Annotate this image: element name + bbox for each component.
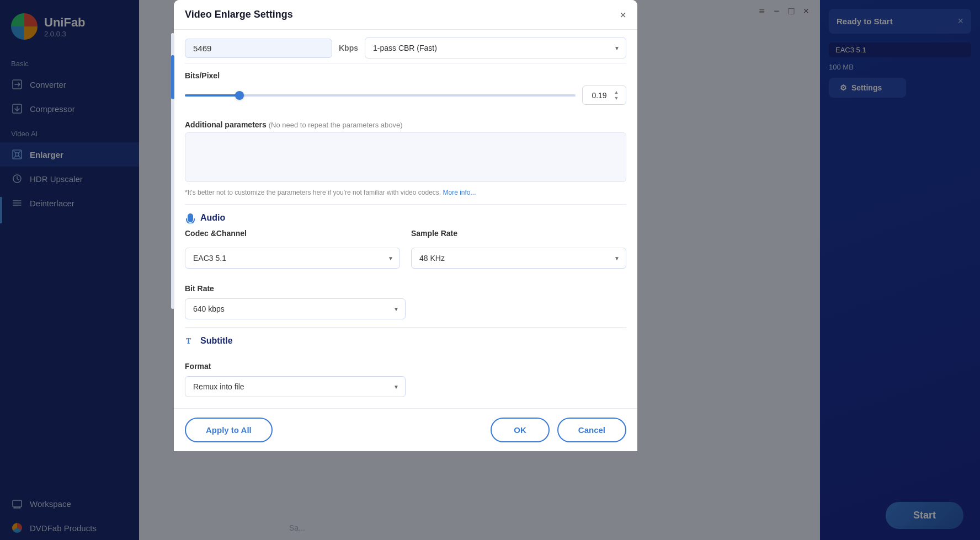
- bit-rate-select[interactable]: 640 kbps 512 kbps 384 kbps 256 kbps 192 …: [185, 298, 406, 319]
- format-select-wrapper: Remux into file Burn into video Disabled…: [185, 376, 406, 397]
- bit-rate-label: Bit Rate: [185, 284, 626, 293]
- stepper-up[interactable]: ▲: [612, 89, 620, 95]
- subtitle-section-header: T Subtitle: [185, 327, 626, 354]
- bits-pixel-label: Bits/Pixel: [185, 71, 626, 80]
- additional-params-section: Additional parameters (No need to repeat…: [185, 113, 626, 204]
- additional-params-note: (No need to repeat the parameters above): [269, 121, 403, 129]
- dialog-close-button[interactable]: ×: [620, 9, 626, 20]
- bitrate-input[interactable]: [185, 39, 332, 58]
- params-warning: *It's better not to customize the parame…: [185, 189, 626, 196]
- sample-rate-label: Sample Rate: [411, 229, 626, 238]
- format-select[interactable]: Remux into file Burn into video Disabled: [185, 376, 406, 397]
- format-row: Format Remux into file Burn into video D…: [185, 354, 626, 408]
- dialog-body: Kbps 1-pass CBR (Fast) 2-pass VBR CRF ▼ …: [174, 30, 637, 408]
- params-textarea[interactable]: [185, 132, 626, 182]
- encoding-mode-wrapper: 1-pass CBR (Fast) 2-pass VBR CRF ▼: [365, 38, 626, 58]
- stepper-down[interactable]: ▼: [612, 95, 620, 101]
- bitrate-audio-row: Bit Rate 640 kbps 512 kbps 384 kbps 256 …: [185, 276, 626, 327]
- bitrate-row: Kbps 1-pass CBR (Fast) 2-pass VBR CRF ▼: [185, 30, 626, 63]
- stepper: ▲ ▼: [612, 89, 620, 101]
- bitrate-select-wrapper: 640 kbps 512 kbps 384 kbps 256 kbps 192 …: [185, 298, 406, 319]
- codec-field-group: Codec &Channel EAC3 5.1 AC3 5.1 AAC Ster…: [185, 229, 400, 269]
- slider-fill: [185, 94, 239, 97]
- bitrate-unit: Kbps: [339, 44, 358, 52]
- encoding-mode-select[interactable]: 1-pass CBR (Fast) 2-pass VBR CRF: [365, 38, 626, 58]
- subtitle-icon: T: [185, 335, 196, 346]
- more-info-link[interactable]: More info...: [443, 189, 476, 196]
- audio-section-header: Audio: [185, 204, 626, 229]
- svg-text:T: T: [186, 337, 191, 345]
- slider-container: 0.19 ▲ ▼: [185, 85, 626, 105]
- format-label: Format: [185, 362, 626, 371]
- settings-dialog: Video Enlarge Settings × Kbps 1-pass CBR…: [174, 0, 637, 451]
- scroll-indicator: [171, 33, 174, 309]
- codec-channel-label: Codec &Channel: [185, 229, 400, 238]
- slider-value-box: 0.19 ▲ ▼: [582, 85, 626, 105]
- dialog-header: Video Enlarge Settings ×: [174, 0, 637, 30]
- cancel-button[interactable]: Cancel: [557, 418, 626, 442]
- audio-section-title: Audio: [200, 213, 225, 223]
- samplerate-field-group: Sample Rate 48 KHz 44.1 KHz 22.05 KHz ▼: [411, 229, 626, 269]
- bits-pixel-value: 0.19: [588, 91, 610, 100]
- ok-button[interactable]: OK: [491, 418, 550, 442]
- additional-params-label: Additional parameters (No need to repeat…: [185, 120, 626, 129]
- codec-samplerate-row: Codec &Channel EAC3 5.1 AC3 5.1 AAC Ster…: [185, 229, 626, 269]
- samplerate-select-wrapper: 48 KHz 44.1 KHz 22.05 KHz ▼: [411, 248, 626, 269]
- subtitle-section-title: Subtitle: [200, 336, 233, 346]
- dialog-title: Video Enlarge Settings: [185, 9, 293, 20]
- apply-all-button[interactable]: Apply to All: [185, 418, 273, 442]
- slider-track[interactable]: [185, 94, 576, 97]
- codec-channel-select[interactable]: EAC3 5.1 AC3 5.1 AAC Stereo: [185, 248, 400, 269]
- codec-select-wrapper: EAC3 5.1 AC3 5.1 AAC Stereo ▼: [185, 248, 400, 269]
- footer-right: OK Cancel: [491, 418, 626, 442]
- audio-icon: [185, 212, 196, 223]
- scroll-thumb: [171, 55, 174, 99]
- dialog-footer: Apply to All OK Cancel: [174, 408, 637, 451]
- slider-thumb[interactable]: [235, 91, 244, 100]
- bits-pixel-row: Bits/Pixel 0.19 ▲ ▼: [185, 63, 626, 113]
- sample-rate-select[interactable]: 48 KHz 44.1 KHz 22.05 KHz: [411, 248, 626, 269]
